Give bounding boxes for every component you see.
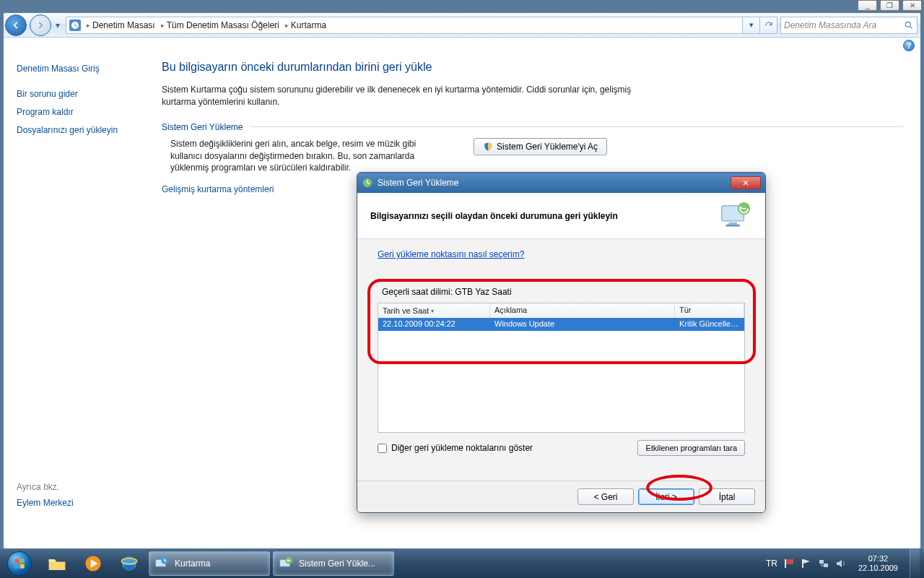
search-placeholder: Denetim Masasında Ara	[784, 20, 876, 30]
crumb-cp[interactable]: Denetim Masası	[92, 20, 155, 30]
show-desktop-button[interactable]	[910, 549, 920, 578]
restore-taskbar-icon	[278, 556, 294, 571]
svg-rect-8	[14, 564, 19, 569]
pinned-explorer[interactable]	[40, 551, 74, 576]
crumb-all[interactable]: Tüm Denetim Masası Öğeleri	[167, 20, 279, 30]
sidebar: Denetim Masası Giriş Bir sorunu gider Pr…	[4, 53, 152, 548]
svg-point-0	[905, 22, 910, 27]
show-more-restore-points-label: Diğer geri yükleme noktalarını göster	[391, 443, 533, 453]
wizard-footer: < Geri İleri > İptal	[357, 480, 765, 512]
sidebar-troubleshoot-link[interactable]: Bir sorunu gider	[17, 89, 143, 99]
help-choose-restore-point-link[interactable]: Geri yükleme noktasını nasıl seçerim?	[378, 249, 524, 259]
svg-rect-9	[20, 564, 25, 569]
cell-date: 22.10.2009 00:24:22	[378, 318, 490, 331]
minimize-icon: ⎯	[866, 1, 870, 9]
cancel-button[interactable]: İptal	[699, 488, 755, 505]
recovery-taskbar-icon	[154, 556, 170, 571]
wizard-title-text: Sistem Geri Yükleme	[378, 178, 458, 188]
taskbar: Kurtarma Sistem Geri Yükle... TR 07:32 2…	[0, 549, 924, 578]
restore-points-table: Tarih ve Saat▾ Açıklama Tür 22.10.2009 0…	[378, 303, 745, 433]
taskbar-clock[interactable]: 07:32 22.10.2009	[853, 554, 904, 573]
taskbar-recovery-label: Kurtarma	[175, 558, 210, 569]
svg-rect-4	[726, 224, 740, 226]
col-date-header[interactable]: Tarih ve Saat▾	[378, 303, 490, 318]
search-input[interactable]: Denetim Masasında Ara	[780, 17, 918, 34]
windows-orb-icon	[7, 551, 32, 576]
refresh-button[interactable]	[760, 17, 777, 34]
cell-type: Kritik Güncelleşti...	[675, 318, 744, 331]
sidebar-also-header: Ayrıca bkz.	[17, 482, 143, 492]
tray-action-center-icon[interactable]	[801, 558, 812, 569]
window-close-button[interactable]: ✕	[902, 0, 922, 11]
navigation-bar: ▾ ▸Denetim Masası ▸Tüm Denetim Masası Öğ…	[4, 13, 920, 38]
address-bar[interactable]: ▸Denetim Masası ▸Tüm Denetim Masası Öğel…	[66, 17, 743, 34]
svg-rect-17	[819, 560, 824, 564]
table-header: Tarih ve Saat▾ Açıklama Tür	[378, 303, 744, 318]
taskbar-restore-label: Sistem Geri Yükle...	[299, 558, 375, 569]
arrow-right-icon	[35, 20, 45, 30]
sort-caret-icon: ▾	[431, 308, 434, 314]
folder-icon	[48, 556, 66, 571]
window-minimize-button[interactable]: ⎯	[858, 0, 877, 11]
wizard-titlebar[interactable]: Sistem Geri Yükleme	[357, 173, 765, 193]
restore-icon	[362, 177, 373, 189]
pinned-media-player[interactable]	[76, 551, 110, 576]
clock-date: 22.10.2009	[858, 564, 898, 573]
cell-desc: Windows Update	[490, 318, 675, 331]
sidebar-action-center-link[interactable]: Eylem Merkezi	[17, 498, 143, 508]
sidebar-uninstall-link[interactable]: Program kaldır	[17, 107, 143, 117]
wizard-heading: Bilgisayarınızı seçili olaydan önceki du…	[370, 211, 618, 221]
fieldset-text: Sistem değişikliklerini geri alın, ancak…	[170, 138, 445, 174]
language-indicator[interactable]: TR	[766, 558, 777, 569]
timezone-label: Geçerli saat dilimi: GTB Yaz Saati	[382, 287, 745, 297]
help-button[interactable]: ?	[903, 40, 915, 51]
nav-history-dropdown[interactable]: ▾	[53, 20, 63, 30]
divider	[250, 126, 903, 127]
taskbar-system-restore-window[interactable]: Sistem Geri Yükle...	[273, 551, 394, 576]
crumb-recovery[interactable]: Kurtarma	[291, 20, 326, 30]
pinned-ie[interactable]	[112, 551, 147, 576]
tray-flag-icon[interactable]	[783, 558, 795, 569]
system-tray: TR 07:32 22.10.2009	[762, 549, 924, 578]
wizard-close-button[interactable]	[731, 176, 761, 189]
maximize-icon: ❐	[886, 1, 893, 9]
table-row[interactable]: 22.10.2009 00:24:22 Windows Update Kriti…	[378, 318, 744, 331]
media-player-icon	[84, 554, 103, 573]
wizard-header: Bilgisayarınızı seçili olaydan önceki du…	[357, 193, 765, 239]
search-icon	[904, 20, 914, 30]
svg-rect-3	[728, 222, 736, 224]
window-maximize-button[interactable]: ❐	[880, 0, 899, 11]
arrow-left-icon	[11, 20, 21, 30]
recovery-icon	[69, 20, 81, 31]
page-description: Sistem Kurtarma çoğu sistem sorununu gid…	[162, 84, 653, 109]
start-button[interactable]	[0, 549, 39, 578]
shield-icon	[483, 142, 493, 152]
sidebar-restore-files-link[interactable]: Dosyalarınızı geri yükleyin	[17, 125, 143, 135]
scan-affected-programs-button[interactable]: Etkilenen programları tara	[637, 440, 745, 456]
ie-icon	[120, 554, 139, 573]
back-button[interactable]: < Geri	[578, 488, 634, 505]
col-desc-header[interactable]: Açıklama	[490, 303, 675, 318]
show-more-restore-points-checkbox[interactable]	[378, 444, 387, 453]
svg-rect-7	[20, 558, 25, 563]
address-dropdown-button[interactable]: ▾	[743, 17, 760, 34]
nav-back-button[interactable]	[5, 14, 27, 36]
taskbar-recovery-window[interactable]: Kurtarma	[149, 551, 270, 576]
clock-time: 07:32	[858, 554, 898, 564]
close-icon: ✕	[910, 1, 915, 9]
tray-network-icon[interactable]	[818, 558, 829, 569]
col-type-header[interactable]: Tür	[675, 303, 744, 318]
restore-monitor-icon	[719, 202, 752, 230]
sidebar-home-link[interactable]: Denetim Masası Giriş	[17, 64, 143, 74]
open-system-restore-button[interactable]: Sistem Geri Yükleme'yi Aç	[474, 138, 607, 155]
next-button[interactable]: İleri >	[638, 488, 694, 505]
help-icon: ?	[907, 41, 912, 50]
open-system-restore-label: Sistem Geri Yükleme'yi Aç	[497, 142, 598, 152]
system-restore-wizard: Sistem Geri Yükleme Bilgisayarınızı seçi…	[357, 172, 766, 513]
page-title: Bu bilgisayarın önceki durumlarından bir…	[162, 61, 903, 74]
tray-volume-icon[interactable]	[835, 558, 847, 569]
fieldset-legend: Sistem Geri Yükleme	[162, 122, 247, 132]
svg-rect-6	[14, 558, 19, 563]
nav-forward-button[interactable]	[30, 14, 51, 36]
